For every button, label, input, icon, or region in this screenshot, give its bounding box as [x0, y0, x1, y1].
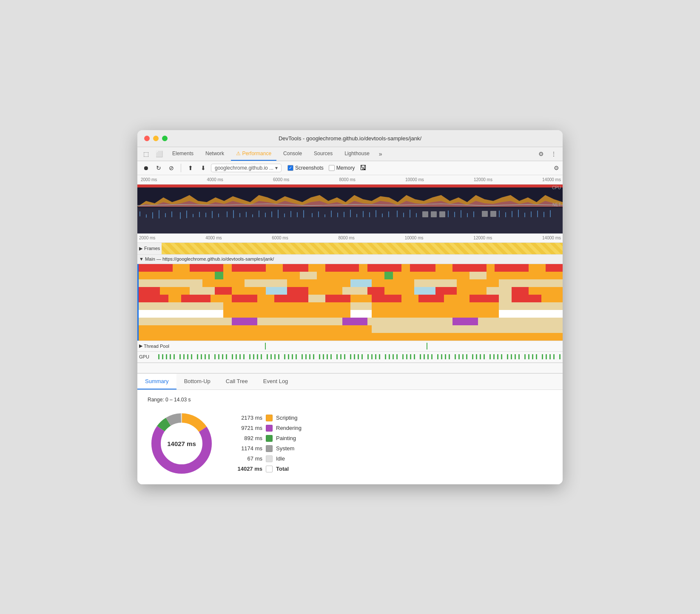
more-tabs-icon[interactable]: »: [376, 147, 385, 161]
screenshots-option[interactable]: Screenshots: [287, 165, 324, 171]
memory-option[interactable]: Memory: [329, 165, 355, 171]
cpu-overview[interactable]: CPU NET: [137, 185, 563, 208]
legend-rendering-swatch: [266, 425, 273, 432]
ruler-marks-top: 2000 ms 4000 ms 6000 ms 8000 ms 10000 ms…: [139, 177, 561, 182]
svg-rect-108: [354, 354, 355, 359]
paint-icon[interactable]: 🖫: [360, 164, 367, 172]
flame-row-5: [139, 295, 563, 302]
upload-button[interactable]: ⬆: [185, 163, 196, 173]
svg-rect-40: [397, 210, 398, 217]
maximize-button[interactable]: [162, 136, 168, 141]
svg-rect-128: [441, 354, 442, 359]
svg-rect-64: [162, 354, 163, 359]
mark-b-10000: 10000 ms: [405, 236, 424, 240]
ruler-bottom: 2000 ms 4000 ms 6000 ms 8000 ms 10000 ms…: [137, 233, 563, 243]
frames-row[interactable]: ▶ Frames: [137, 243, 563, 255]
tab-network[interactable]: Network: [200, 147, 229, 161]
svg-rect-78: [222, 354, 223, 359]
svg-rect-80: [232, 354, 233, 359]
main-label: Main — https://googlechrome.github.io/de…: [145, 256, 274, 262]
svg-rect-38: [382, 213, 383, 217]
legend-system-swatch: [266, 445, 273, 452]
svg-rect-55: [505, 212, 506, 217]
legend-idle-swatch: [266, 455, 273, 462]
cursor-icon[interactable]: ⬚: [141, 147, 151, 161]
thread-pool-triangle-icon: ▶: [139, 343, 142, 349]
svg-rect-58: [524, 213, 525, 217]
mark-12000: 12000 ms: [474, 177, 492, 182]
screenshots-strip: [137, 208, 563, 233]
tab-elements[interactable]: Elements: [167, 147, 199, 161]
refresh-button[interactable]: ↻: [154, 163, 164, 173]
devtools-settings-icon[interactable]: ⚙: [554, 165, 559, 171]
svg-rect-17: [246, 212, 247, 217]
svg-rect-89: [270, 354, 272, 359]
svg-rect-145: [515, 354, 516, 359]
thread-pool-marker-2: [427, 343, 427, 350]
svg-rect-120: [406, 354, 407, 359]
svg-rect-65: [166, 354, 167, 359]
tab-call-tree[interactable]: Call Tree: [218, 374, 256, 389]
svg-rect-112: [371, 354, 373, 359]
screenshots-checkbox[interactable]: [287, 165, 293, 171]
mark-14000: 14000 ms: [542, 177, 561, 182]
svg-rect-29: [324, 214, 325, 217]
svg-rect-26: [303, 210, 304, 218]
main-row-header[interactable]: ▼ Main — https://googlechrome.github.io/…: [137, 255, 563, 264]
svg-rect-140: [493, 354, 495, 359]
svg-rect-122: [414, 354, 415, 359]
close-button[interactable]: [144, 136, 150, 141]
svg-rect-16: [239, 213, 240, 217]
titlebar: DevTools - googlechrome.github.io/devtoo…: [137, 130, 563, 147]
memory-label: Memory: [336, 165, 355, 171]
svg-rect-57: [518, 210, 519, 217]
settings-icon[interactable]: ⚙: [536, 147, 546, 161]
flame-row-1: [139, 264, 563, 272]
svg-rect-48: [454, 212, 455, 217]
flame-row-10: [139, 333, 563, 341]
record-button[interactable]: ⏺: [141, 163, 151, 173]
tab-summary[interactable]: Summary: [137, 374, 176, 389]
inspect-icon[interactable]: ⬜: [153, 147, 165, 161]
tab-sources[interactable]: Sources: [309, 147, 338, 161]
thread-pool-label: Thread Pool: [144, 344, 169, 349]
svg-rect-33: [350, 210, 351, 217]
url-dropdown-icon[interactable]: ▾: [275, 165, 278, 171]
devtools-window: DevTools - googlechrome.github.io/devtoo…: [137, 130, 563, 484]
donut-label: 14027 ms: [167, 440, 196, 447]
svg-rect-136: [476, 354, 477, 359]
svg-rect-114: [379, 354, 380, 359]
svg-rect-67: [174, 354, 175, 359]
svg-rect-2: [146, 214, 147, 218]
svg-rect-44: [422, 211, 428, 217]
svg-rect-127: [437, 354, 438, 359]
legend-scripting-label: Scripting: [276, 415, 298, 421]
clear-button[interactable]: ⊘: [166, 163, 176, 173]
svg-rect-125: [427, 354, 429, 359]
minimize-button[interactable]: [153, 136, 159, 141]
more-menu-icon[interactable]: ⋮: [548, 147, 559, 161]
memory-checkbox[interactable]: [329, 165, 335, 171]
svg-rect-13: [218, 213, 219, 217]
tab-lighthouse[interactable]: Lighthouse: [339, 147, 375, 161]
svg-rect-83: [243, 354, 245, 359]
svg-rect-30: [331, 210, 332, 217]
legend-idle: 67 ms Idle: [233, 455, 302, 462]
svg-rect-4: [159, 210, 159, 219]
tab-console[interactable]: Console: [278, 147, 307, 161]
svg-rect-148: [528, 354, 529, 359]
tab-bottom-up[interactable]: Bottom-Up: [176, 374, 218, 389]
frames-triangle-icon: ▶: [139, 246, 142, 251]
svg-rect-24: [290, 211, 291, 217]
thread-pool-row[interactable]: ▶ Thread Pool: [137, 341, 563, 352]
net-label: NET: [552, 202, 561, 207]
svg-rect-126: [431, 354, 433, 359]
tab-performance[interactable]: ⚠ Performance: [231, 147, 276, 161]
download-button[interactable]: ⬇: [198, 163, 208, 173]
legend-system: 1174 ms System: [233, 445, 302, 452]
svg-rect-86: [257, 354, 258, 359]
svg-rect-9: [193, 214, 193, 217]
svg-rect-96: [302, 354, 303, 359]
flame-row-6: [139, 302, 563, 310]
tab-event-log[interactable]: Event Log: [256, 374, 296, 389]
